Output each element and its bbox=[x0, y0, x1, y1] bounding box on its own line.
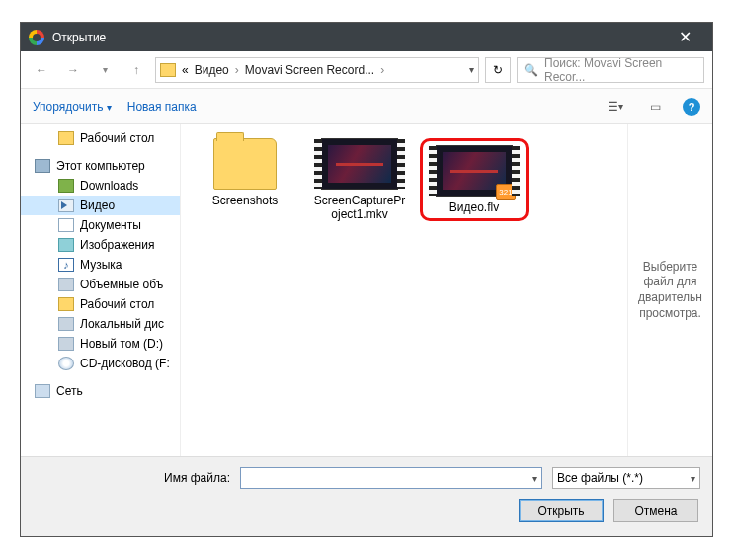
back-button[interactable]: ← bbox=[29, 57, 54, 83]
music-icon: ♪ bbox=[58, 258, 74, 272]
content-area: Screenshots ScreenCapturePr oject1.mkv 3… bbox=[181, 124, 712, 456]
breadcrumb-folder[interactable]: Movavi Screen Record... bbox=[245, 63, 374, 77]
preview-pane: Выберите файл для дварительн просмотра. bbox=[627, 124, 712, 456]
tree-desktop2[interactable]: Рабочий стол bbox=[21, 294, 180, 314]
tree-cd-drive[interactable]: CD-дисковод (F: bbox=[21, 354, 180, 373]
window-title: Открытие bbox=[52, 31, 665, 44]
help-button[interactable]: ? bbox=[683, 98, 700, 116]
image-icon bbox=[58, 238, 74, 252]
up-button[interactable]: ↑ bbox=[123, 57, 149, 83]
close-button[interactable]: ✕ bbox=[665, 28, 704, 46]
tree-3d[interactable]: Объемные объ bbox=[21, 275, 180, 294]
dialog-body: Рабочий стол Этот компьютер Downloads Ви… bbox=[21, 124, 712, 456]
preview-pane-button[interactable]: ▭ bbox=[643, 95, 667, 119]
folder-icon bbox=[58, 297, 74, 311]
tree-downloads[interactable]: Downloads bbox=[21, 176, 180, 196]
breadcrumb-sep: › bbox=[380, 63, 384, 77]
address-bar[interactable]: « Видео › Movavi Screen Record... › ▾ bbox=[155, 57, 479, 83]
search-box[interactable]: 🔍 Поиск: Movavi Screen Recor... bbox=[517, 57, 704, 83]
disk-icon bbox=[58, 337, 74, 351]
network-icon bbox=[35, 384, 50, 398]
open-dialog: Открытие ✕ ← → ▾ ↑ « Видео › Movavi Scre… bbox=[20, 22, 713, 537]
nav-tree: Рабочий стол Этот компьютер Downloads Ви… bbox=[21, 124, 181, 456]
preview-text: Выберите файл для дварительн просмотра. bbox=[632, 260, 708, 321]
tree-local-disk[interactable]: Локальный дис bbox=[21, 314, 180, 334]
search-icon: 🔍 bbox=[524, 63, 538, 77]
cancel-button[interactable]: Отмена bbox=[613, 499, 698, 522]
folder-icon bbox=[58, 131, 74, 145]
tree-video[interactable]: Видео bbox=[21, 196, 180, 215]
breadcrumb-chevron[interactable]: « bbox=[182, 63, 189, 77]
document-icon bbox=[58, 218, 74, 232]
tree-documents[interactable]: Документы bbox=[21, 215, 180, 235]
search-placeholder: Поиск: Movavi Screen Recor... bbox=[544, 56, 697, 84]
tree-new-volume[interactable]: Новый том (D:) bbox=[21, 334, 180, 354]
breadcrumb-sep: › bbox=[235, 63, 239, 77]
filename-label: Имя файла: bbox=[33, 471, 230, 485]
folder-icon bbox=[160, 63, 176, 77]
pc-icon bbox=[35, 159, 50, 173]
folder-icon bbox=[213, 138, 277, 190]
footer: Имя файла: ▾ Все файлы (*.*) ▾ Открыть О… bbox=[21, 456, 712, 536]
filetype-filter[interactable]: Все файлы (*.*) ▾ bbox=[552, 467, 700, 489]
file-list[interactable]: Screenshots ScreenCapturePr oject1.mkv 3… bbox=[181, 124, 627, 456]
organize-button[interactable]: Упорядочить ▾ bbox=[33, 100, 112, 114]
disk-icon bbox=[58, 317, 74, 331]
cd-icon bbox=[58, 357, 74, 370]
filename-input[interactable]: ▾ bbox=[240, 467, 542, 489]
file-video-flv[interactable]: 321 Видео.flv bbox=[420, 138, 529, 221]
chevron-down-icon[interactable]: ▾ bbox=[532, 473, 537, 484]
mpc-badge-icon: 321 bbox=[496, 184, 516, 200]
file-label: ScreenCapturePr oject1.mkv bbox=[314, 194, 406, 221]
tree-network[interactable]: Сеть bbox=[21, 381, 180, 401]
objects-icon bbox=[58, 278, 74, 291]
toolbar: Упорядочить ▾ Новая папка ☰ ▾ ▭ ? bbox=[21, 89, 712, 124]
file-label: Screenshots bbox=[212, 194, 279, 207]
download-icon bbox=[58, 179, 74, 193]
tree-desktop[interactable]: Рабочий стол bbox=[21, 128, 180, 148]
forward-button[interactable]: → bbox=[60, 57, 86, 83]
breadcrumb-video[interactable]: Видео bbox=[195, 63, 229, 77]
open-button[interactable]: Открыть bbox=[519, 499, 604, 522]
titlebar: Открытие ✕ bbox=[21, 23, 712, 51]
chrome-icon bbox=[29, 30, 44, 45]
tree-music[interactable]: ♪Музыка bbox=[21, 255, 180, 275]
tree-this-pc[interactable]: Этот компьютер bbox=[21, 156, 180, 176]
video-icon bbox=[58, 199, 74, 212]
tree-pictures[interactable]: Изображения bbox=[21, 235, 180, 255]
video-thumb-icon bbox=[321, 138, 398, 190]
video-thumb-icon: 321 bbox=[436, 145, 513, 197]
chevron-down-icon[interactable]: ▾ bbox=[691, 473, 695, 484]
view-options-button[interactable]: ☰ ▾ bbox=[604, 95, 627, 119]
history-dropdown[interactable]: ▾ bbox=[92, 57, 118, 83]
file-screenshots[interactable]: Screenshots bbox=[191, 138, 299, 207]
file-screencapture[interactable]: ScreenCapturePr oject1.mkv bbox=[305, 138, 414, 221]
nav-row: ← → ▾ ↑ « Видео › Movavi Screen Record..… bbox=[21, 51, 712, 89]
file-label: Видео.flv bbox=[449, 200, 499, 214]
new-folder-button[interactable]: Новая папка bbox=[127, 100, 197, 114]
refresh-button[interactable]: ↻ bbox=[485, 57, 511, 83]
address-dropdown-icon[interactable]: ▾ bbox=[469, 64, 474, 75]
